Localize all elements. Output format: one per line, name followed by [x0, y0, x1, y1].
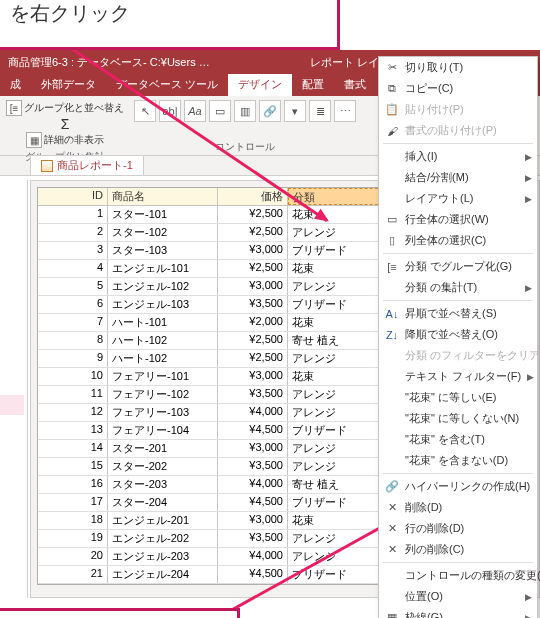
- ctx-delete-column[interactable]: ✕列の削除(C): [379, 539, 537, 560]
- control-link[interactable]: 🔗: [259, 100, 281, 122]
- ribbon-grouping-sort[interactable]: [≡グループ化と並べ替え: [6, 100, 124, 116]
- ribbon-group-controls: ↖ ab| Aa ▭ ▥ 🔗 ▾ ≣ ⋯ コントロール: [134, 100, 356, 154]
- callout-text: を右クリック: [10, 0, 130, 27]
- hide-details-icon: ▦: [26, 132, 42, 148]
- ctx-select-column[interactable]: ▯列全体の選択(C): [379, 230, 537, 251]
- window-title: 商品管理6-3 : データベース- C:¥Users …: [0, 55, 218, 70]
- ctx-sep: [383, 473, 533, 474]
- cut-icon: ✂: [385, 61, 399, 75]
- cell-name: エンジェル-204: [108, 566, 218, 583]
- ribbon-hide-details[interactable]: ▦詳細の非表示: [26, 132, 104, 148]
- sort-desc-icon: Z↓: [385, 328, 399, 342]
- ctx-select-row[interactable]: ▭行全体の選択(W): [379, 209, 537, 230]
- control-more[interactable]: ⋯: [334, 100, 356, 122]
- ctx-not-contains[interactable]: "花束" を含まない(D): [379, 450, 537, 471]
- control-label[interactable]: Aa: [184, 100, 206, 122]
- tab-arrange[interactable]: 配置: [292, 74, 334, 96]
- ctx-sep: [383, 143, 533, 144]
- control-tab[interactable]: ▥: [234, 100, 256, 122]
- cell-category: ブリザード: [288, 494, 388, 511]
- cell-category: アレンジ: [288, 440, 388, 457]
- cell-id: 4: [38, 260, 108, 277]
- cell-name: フェアリー-101: [108, 368, 218, 385]
- ctx-cut[interactable]: ✂切り取り(T): [379, 57, 537, 78]
- callout-box: を右クリック: [0, 0, 340, 50]
- ctx-paste-format: 🖌書式の貼り付け(P): [379, 120, 537, 141]
- cell-id: 7: [38, 314, 108, 331]
- ctx-change-control-type[interactable]: コントロールの種類の変更(H)▶: [379, 565, 537, 586]
- tab-design[interactable]: デザイン: [228, 74, 292, 96]
- cell-name: エンジェル-202: [108, 530, 218, 547]
- cell-id: 1: [38, 206, 108, 223]
- ctx-merge-split[interactable]: 結合/分割(M)▶: [379, 167, 537, 188]
- control-list[interactable]: ≣: [309, 100, 331, 122]
- ctx-sort-desc[interactable]: Z↓降順で並べ替え(O): [379, 324, 537, 345]
- report-icon: [41, 160, 53, 172]
- cell-price: ¥2,500: [218, 224, 288, 241]
- cell-name: ハート-101: [108, 314, 218, 331]
- cell-category: 寄せ 植え: [288, 476, 388, 493]
- ctx-sort-asc[interactable]: A↓昇順で並べ替え(S): [379, 303, 537, 324]
- copy-icon: ⧉: [385, 82, 399, 96]
- ctx-text-filter[interactable]: テキスト フィルター(F)▶: [379, 366, 537, 387]
- cell-price: ¥3,500: [218, 296, 288, 313]
- chevron-right-icon: ▶: [525, 613, 531, 619]
- ctx-totals[interactable]: 分類 の集計(T)▶: [379, 277, 537, 298]
- cell-category: ブリザード: [288, 296, 388, 313]
- tab-external-data[interactable]: 外部データ: [31, 74, 106, 96]
- ctx-group-by[interactable]: [≡分類 でグループ化(G): [379, 256, 537, 277]
- cell-price: ¥3,500: [218, 386, 288, 403]
- cell-price: ¥3,000: [218, 512, 288, 529]
- ctx-hyperlink[interactable]: 🔗ハイパーリンクの作成(H): [379, 476, 537, 497]
- ctx-equals[interactable]: "花束" に等しい(E): [379, 387, 537, 408]
- ctx-copy[interactable]: ⧉コピー(C): [379, 78, 537, 99]
- cell-name: フェアリー-103: [108, 404, 218, 421]
- header-name[interactable]: 商品名: [108, 188, 218, 205]
- ctx-insert[interactable]: 挿入(I)▶: [379, 146, 537, 167]
- ctx-delete-row[interactable]: ✕行の削除(D): [379, 518, 537, 539]
- sort-asc-icon: A↓: [385, 307, 399, 321]
- chevron-right-icon: ▶: [525, 592, 531, 602]
- cell-category: アレンジ: [288, 350, 388, 367]
- tab-format[interactable]: 書式: [334, 74, 376, 96]
- cell-category: ブリザード: [288, 422, 388, 439]
- nav-pane-stub[interactable]: [0, 180, 28, 598]
- cell-id: 15: [38, 458, 108, 475]
- group-icon: [≡: [385, 260, 399, 274]
- tab-create[interactable]: 成: [0, 74, 31, 96]
- cell-category: 花束: [288, 368, 388, 385]
- cell-id: 3: [38, 242, 108, 259]
- cell-name: エンジェル-201: [108, 512, 218, 529]
- cell-name: エンジェル-101: [108, 260, 218, 277]
- group-icon: [≡: [6, 100, 22, 116]
- ctx-position[interactable]: 位置(O)▶: [379, 586, 537, 607]
- ctx-sep: [383, 562, 533, 563]
- cell-id: 2: [38, 224, 108, 241]
- ctx-clear-filter: 分類 のフィルターをクリア(L): [379, 345, 537, 366]
- control-button[interactable]: ▭: [209, 100, 231, 122]
- cell-price: ¥4,500: [218, 566, 288, 583]
- cell-id: 12: [38, 404, 108, 421]
- delete-row-icon: ✕: [385, 522, 399, 536]
- cell-name: エンジェル-203: [108, 548, 218, 565]
- document-tab-report1[interactable]: 商品レポート-1: [30, 155, 144, 175]
- delete-col-icon: ✕: [385, 543, 399, 557]
- cell-id: 21: [38, 566, 108, 583]
- chevron-right-icon: ▶: [525, 283, 531, 293]
- ctx-not-equals[interactable]: "花束" に等しくない(N): [379, 408, 537, 429]
- control-combo[interactable]: ▾: [284, 100, 306, 122]
- ctx-sep: [383, 300, 533, 301]
- header-id[interactable]: ID: [38, 188, 108, 205]
- cell-name: エンジェル-102: [108, 278, 218, 295]
- header-price[interactable]: 価格: [218, 188, 288, 205]
- ctx-delete[interactable]: ✕削除(D): [379, 497, 537, 518]
- cell-price: ¥4,500: [218, 494, 288, 511]
- ribbon-sigma[interactable]: Σ: [61, 116, 70, 132]
- chevron-right-icon: ▶: [525, 173, 531, 183]
- ctx-layout[interactable]: レイアウト(L)▶: [379, 188, 537, 209]
- ctx-gridlines[interactable]: ▦枠線(G)▶: [379, 607, 537, 618]
- cell-id: 6: [38, 296, 108, 313]
- cell-id: 20: [38, 548, 108, 565]
- ctx-contains[interactable]: "花束" を含む(T): [379, 429, 537, 450]
- cell-category: 花束: [288, 314, 388, 331]
